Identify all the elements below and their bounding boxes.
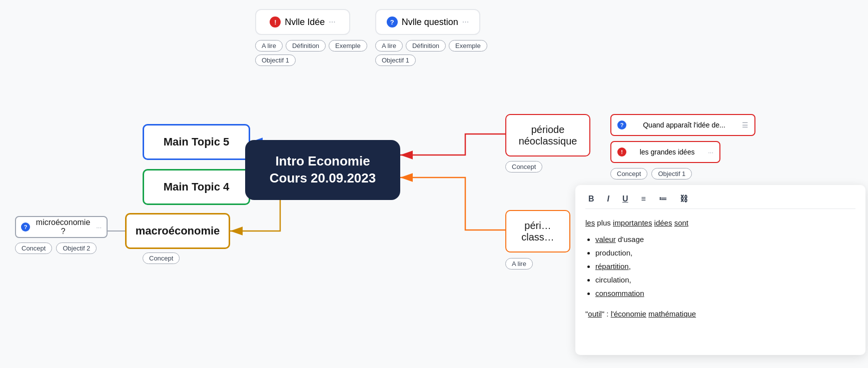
classique-node[interactable]: péri… class… bbox=[505, 210, 570, 252]
grandes-idees-label: les grandes idées bbox=[626, 148, 708, 156]
micro-question-icon: ? bbox=[21, 222, 30, 232]
macro-node[interactable]: macroéconomie bbox=[125, 213, 230, 249]
bullet-repartition: répartition, bbox=[595, 260, 855, 273]
editor-bullet-list: valeur d'usage production, répartition, … bbox=[585, 232, 855, 300]
tag-objectif-micro[interactable]: Objectif 2 bbox=[56, 242, 97, 254]
editor-intro: les plus importantes idées sont bbox=[585, 216, 855, 230]
nvlle-idee-tags: A lire Définition Exemple Objectif 1 bbox=[255, 40, 370, 66]
main-topic-5-node[interactable]: Main Topic 5 bbox=[143, 124, 250, 160]
tag-definition-2[interactable]: Définition bbox=[406, 40, 446, 52]
nvlle-question-label: Nvlle question bbox=[402, 17, 458, 28]
grandes-idees-node[interactable]: ! les grandes idées ··· bbox=[610, 141, 720, 163]
unordered-list-button[interactable]: ≡ bbox=[638, 194, 649, 204]
classique-line2: class… bbox=[521, 232, 554, 243]
tag-concept-neo[interactable]: Concept bbox=[505, 161, 542, 172]
nvlle-idee-label: Nvlle Idée bbox=[285, 17, 325, 28]
bullet-valeur: valeur d'usage bbox=[595, 232, 855, 246]
tag-objectif-1[interactable]: Objectif 1 bbox=[255, 54, 296, 66]
tag-objectif-grandes[interactable]: Objectif 1 bbox=[651, 168, 692, 180]
macro-concept-tag: Concept bbox=[143, 254, 180, 262]
tag-a-lire-2[interactable]: A lire bbox=[375, 40, 403, 52]
neoclassique-line2: néoclassique bbox=[519, 136, 577, 147]
topic-4-label: Main Topic 4 bbox=[164, 180, 230, 194]
classique-tags: A lire bbox=[505, 258, 533, 270]
tag-concept-grandes[interactable]: Concept bbox=[610, 168, 647, 180]
macro-label: macroéconomie bbox=[136, 224, 220, 238]
grandes-idees-menu[interactable]: ··· bbox=[708, 148, 713, 156]
nvlle-question-node[interactable]: ? Nvlle question ··· bbox=[375, 9, 480, 35]
tag-a-lire-classique[interactable]: A lire bbox=[505, 258, 533, 270]
grandes-exclaim-icon: ! bbox=[617, 148, 626, 156]
editor-content: les plus importantes idées sont valeur d… bbox=[585, 216, 855, 320]
central-line2: Cours 20.09.2023 bbox=[270, 170, 376, 187]
bullet-circulation: circulation, bbox=[595, 273, 855, 286]
ordered-list-button[interactable]: ≔ bbox=[656, 193, 670, 204]
topic-5-label: Main Topic 5 bbox=[164, 136, 230, 148]
question-icon: ? bbox=[387, 16, 398, 28]
quand-question-icon: ? bbox=[617, 120, 626, 130]
quand-menu-icon[interactable]: ☰ bbox=[742, 121, 748, 129]
tag-exemple-1[interactable]: Exemple bbox=[329, 40, 367, 52]
bullet-consommation: consommation bbox=[595, 286, 855, 300]
micro-tags: Concept Objectif 2 bbox=[15, 242, 97, 254]
quand-label: Quand apparaît l'idée de... bbox=[626, 121, 742, 129]
main-topic-4-node[interactable]: Main Topic 4 bbox=[143, 169, 250, 205]
underline-button[interactable]: U bbox=[619, 194, 631, 204]
tag-objectif-2[interactable]: Objectif 1 bbox=[375, 54, 416, 66]
editor-footer: "outil" : l'économie mathématique bbox=[585, 307, 855, 320]
tag-concept-micro[interactable]: Concept bbox=[15, 242, 52, 254]
nvlle-idee-node[interactable]: ! Nvlle Idée ··· bbox=[255, 9, 350, 35]
nvlle-question-menu[interactable]: ··· bbox=[462, 18, 469, 26]
editor-toolbar: B I U ≡ ≔ ⛓ bbox=[585, 193, 855, 209]
link-button[interactable]: ⛓ bbox=[677, 194, 691, 204]
micro-node[interactable]: ? microéconomie ? ··· bbox=[15, 216, 108, 238]
classique-line1: péri… bbox=[521, 220, 554, 232]
tag-a-lire-1[interactable]: A lire bbox=[255, 40, 283, 52]
central-node[interactable]: Intro Economie Cours 20.09.2023 bbox=[245, 140, 400, 200]
micro-label: microéconomie ? bbox=[33, 218, 93, 236]
tag-exemple-2[interactable]: Exemple bbox=[449, 40, 487, 52]
tag-concept-macro[interactable]: Concept bbox=[143, 252, 180, 264]
quand-node[interactable]: ? Quand apparaît l'idée de... ☰ bbox=[610, 114, 755, 136]
canvas: ! Nvlle Idée ··· A lire Définition Exemp… bbox=[0, 0, 868, 368]
neoclassique-line1: période bbox=[519, 124, 577, 136]
exclaim-icon: ! bbox=[270, 16, 281, 28]
italic-button[interactable]: I bbox=[604, 194, 612, 204]
editor-panel: B I U ≡ ≔ ⛓ les plus importantes idées s… bbox=[575, 185, 865, 355]
tag-definition-1[interactable]: Définition bbox=[286, 40, 326, 52]
grandes-idees-tags: Concept Objectif 1 bbox=[610, 168, 692, 180]
nvlle-question-tags: A lire Définition Exemple Objectif 1 bbox=[375, 40, 500, 66]
neoclassique-concept-tag: Concept bbox=[505, 162, 542, 171]
micro-menu[interactable]: ··· bbox=[96, 224, 102, 231]
nvlle-idee-menu[interactable]: ··· bbox=[329, 18, 335, 26]
bold-button[interactable]: B bbox=[585, 194, 597, 204]
central-line1: Intro Economie bbox=[270, 153, 376, 170]
neoclassique-node[interactable]: période néoclassique bbox=[505, 114, 590, 156]
bullet-production: production, bbox=[595, 246, 855, 260]
